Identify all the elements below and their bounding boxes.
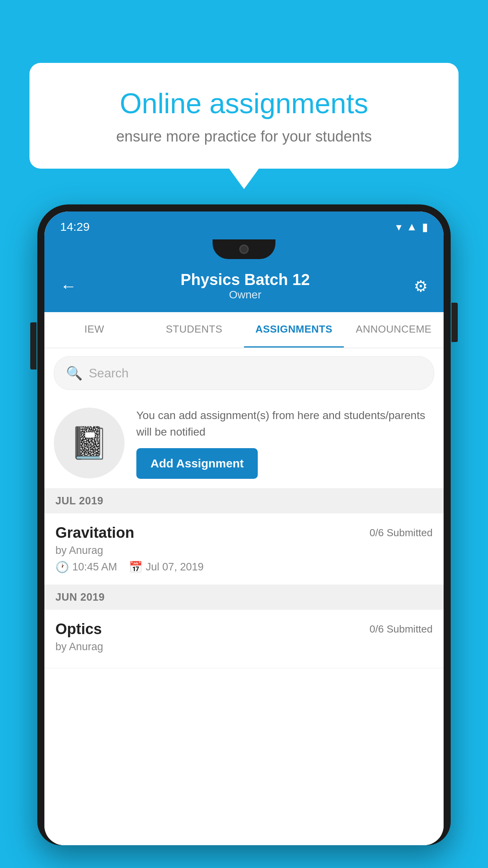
notch (213, 239, 275, 259)
speech-bubble: Online assignments ensure more practice … (29, 63, 459, 169)
tab-announcements[interactable]: ANNOUNCEME (344, 312, 444, 348)
battery-icon: ▮ (422, 221, 428, 234)
tab-iew[interactable]: IEW (44, 312, 144, 348)
speech-bubble-container: Online assignments ensure more practice … (29, 63, 459, 169)
assignment-top-row-optics: Optics 0/6 Submitted (55, 621, 433, 638)
status-time: 14:29 (60, 220, 90, 234)
app-header: ← Physics Batch 12 Owner ⚙ (44, 263, 444, 312)
assignment-meta: 🕐 10:45 AM 📅 Jul 07, 2019 (55, 561, 433, 574)
phone-inner: 14:29 ▾ ▲ ▮ ← Physics Batch 12 Owner (44, 211, 444, 845)
settings-button[interactable]: ⚙ (414, 277, 428, 295)
notch-area (44, 239, 444, 263)
status-bar: 14:29 ▾ ▲ ▮ (44, 211, 444, 239)
time-value: 10:45 AM (72, 561, 117, 573)
notebook-icon: 📓 (70, 425, 109, 462)
search-icon: 🔍 (66, 365, 83, 381)
assignment-name-optics: Optics (55, 621, 102, 638)
month-header-jun: JUN 2019 (44, 585, 444, 610)
assignment-name: Gravitation (55, 524, 134, 541)
header-title: Physics Batch 12 (180, 271, 310, 289)
search-input[interactable]: Search (89, 366, 128, 381)
tab-bar: IEW STUDENTS ASSIGNMENTS ANNOUNCEME (44, 312, 444, 348)
tab-assignments[interactable]: ASSIGNMENTS (244, 312, 344, 348)
assignment-by-optics: by Anurag (55, 641, 433, 653)
phone-wrapper: 14:29 ▾ ▲ ▮ ← Physics Batch 12 Owner (37, 204, 451, 868)
assignment-submitted: 0/6 Submitted (370, 527, 433, 539)
camera-dot (239, 245, 249, 254)
promo-text: You can add assignment(s) from here and … (136, 407, 434, 440)
month-header-jul: JUL 2019 (44, 489, 444, 513)
bubble-subtitle: ensure more practice for your students (57, 128, 431, 145)
wifi-icon: ▾ (396, 221, 402, 234)
bubble-title: Online assignments (57, 86, 431, 120)
assignment-submitted-optics: 0/6 Submitted (370, 623, 433, 635)
add-assignment-promo: 📓 You can add assignment(s) from here an… (44, 398, 444, 489)
header-subtitle: Owner (180, 289, 310, 301)
back-button[interactable]: ← (60, 277, 77, 296)
assignment-item-gravitation[interactable]: Gravitation 0/6 Submitted by Anurag 🕐 10… (44, 513, 444, 585)
calendar-icon: 📅 (129, 561, 143, 574)
assignment-item-optics[interactable]: Optics 0/6 Submitted by Anurag (44, 610, 444, 668)
content-area: 🔍 Search 📓 You can add assignment(s) fro… (44, 348, 444, 845)
phone-outer: 14:29 ▾ ▲ ▮ ← Physics Batch 12 Owner (37, 204, 451, 845)
clock-icon: 🕐 (55, 561, 69, 574)
date-value: Jul 07, 2019 (146, 561, 204, 573)
add-assignment-button[interactable]: Add Assignment (136, 448, 258, 479)
meta-time: 🕐 10:45 AM (55, 561, 117, 574)
tab-students[interactable]: STUDENTS (144, 312, 244, 348)
assignment-by: by Anurag (55, 544, 433, 557)
search-bar[interactable]: 🔍 Search (54, 356, 434, 390)
assignment-top-row: Gravitation 0/6 Submitted (55, 524, 433, 541)
signal-icon: ▲ (406, 221, 417, 233)
search-bar-wrap: 🔍 Search (44, 348, 444, 398)
header-center: Physics Batch 12 Owner (180, 271, 310, 301)
status-icons: ▾ ▲ ▮ (396, 221, 428, 234)
promo-icon-wrap: 📓 (54, 408, 125, 478)
promo-right: You can add assignment(s) from here and … (136, 407, 434, 479)
meta-date: 📅 Jul 07, 2019 (129, 561, 204, 574)
